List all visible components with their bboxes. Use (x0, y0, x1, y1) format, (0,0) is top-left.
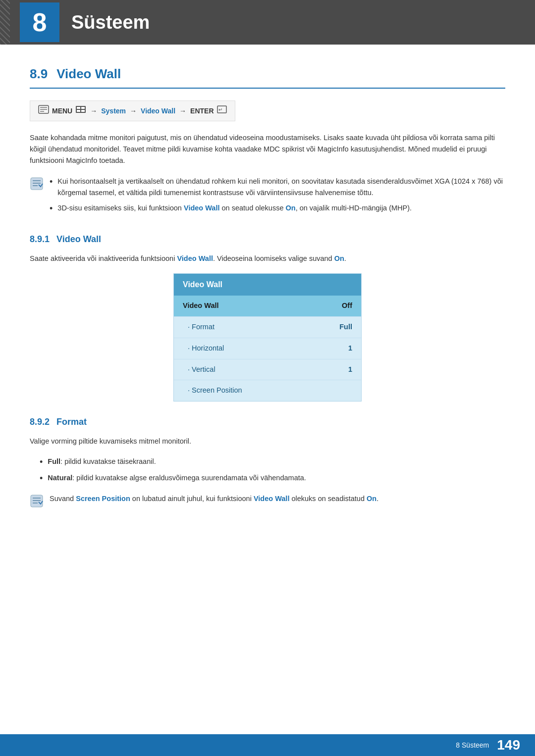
note-box-2: Suvand Screen Position on lubatud ainult… (30, 493, 505, 508)
section-89-heading: 8.9 Video Wall (30, 64, 505, 89)
svg-rect-15 (31, 495, 43, 507)
menu-icon-box (75, 105, 86, 116)
section-89-number: 8.9 (30, 64, 48, 84)
arrow-1: → (90, 106, 97, 116)
videowall-link: Video Wall (141, 106, 175, 116)
section-891-intro: Saate aktiveerida või inaktiveerida funk… (30, 253, 505, 264)
footer-page: 149 (497, 735, 520, 756)
note-icon-1 (30, 177, 44, 191)
chapter-title: Süsteem (71, 8, 150, 37)
note-content-2: Suvand Screen Position on lubatud ainult… (50, 493, 505, 504)
section-891-heading: 8.9.1 Video Wall (30, 233, 505, 246)
video-wall-menu-container: Video Wall Video Wall Off · Format Full … (30, 273, 505, 402)
svg-rect-7 (77, 110, 80, 112)
page-footer: 8 Süsteem 149 (0, 734, 535, 756)
format-bullet-list: Full: pildid kuvatakse täisekraanil. Nat… (40, 456, 505, 485)
menu-label: MENU (52, 106, 72, 116)
section-891-title: Video Wall (56, 233, 101, 246)
section-89-intro: Saate kohandada mitme monitori paigutust… (30, 132, 505, 167)
menu-path-bar: MENU → System → Video Wall → ENTER ↵ (30, 101, 235, 121)
enter-label: ENTER (190, 106, 214, 116)
svg-rect-8 (81, 110, 85, 112)
page-header: 8 Süsteem (0, 0, 535, 45)
menu-row-horizontal: · Horizontal 1 (174, 338, 361, 359)
format-bullet-full: Full: pildid kuvatakse täisekraanil. (40, 456, 505, 468)
main-content: 8.9 Video Wall MENU → System → Video (0, 45, 535, 543)
svg-rect-5 (77, 107, 80, 109)
footer-label: 8 Süsteem (456, 740, 489, 751)
section-89-title: Video Wall (56, 64, 121, 84)
system-link: System (101, 106, 126, 116)
arrow-2: → (130, 106, 137, 116)
section-891-number: 8.9.1 (30, 233, 50, 246)
section-892-intro: Valige vorming piltide kuvamiseks mitmel… (30, 436, 505, 447)
note-bullet-1: Kui horisontaalselt ja vertikaalselt on … (50, 176, 505, 199)
svg-rect-11 (31, 178, 43, 190)
note-content-1: Kui horisontaalselt ja vertikaalselt on … (50, 176, 505, 219)
note-icon-2 (30, 494, 44, 508)
menu-box-title: Video Wall (174, 274, 361, 296)
section-892-heading: 8.9.2 Format (30, 415, 505, 429)
menu-row-format: · Format Full (174, 317, 361, 338)
svg-text:↵: ↵ (218, 107, 222, 112)
header-decoration (0, 0, 10, 45)
menu-row-screen-position: · Screen Position (174, 380, 361, 401)
remote-icon (38, 105, 49, 117)
section-892-title: Format (56, 415, 87, 429)
arrow-3: → (179, 106, 186, 116)
menu-row-vertical: · Vertical 1 (174, 359, 361, 381)
format-bullet-natural: Natural: pildid kuvatakse algse eraldusv… (40, 472, 505, 485)
chapter-number: 8 (20, 2, 59, 42)
video-wall-menu-box: Video Wall Video Wall Off · Format Full … (173, 273, 362, 402)
enter-icon: ↵ (217, 105, 227, 116)
note-bullet-2: 3D-sisu esitamiseks siis, kui funktsioon… (50, 202, 505, 215)
svg-rect-6 (81, 107, 85, 109)
section-892-number: 8.9.2 (30, 415, 50, 429)
note-box-1: Kui horisontaalselt ja vertikaalselt on … (30, 176, 505, 219)
menu-row-videowall: Video Wall Off (174, 296, 361, 317)
